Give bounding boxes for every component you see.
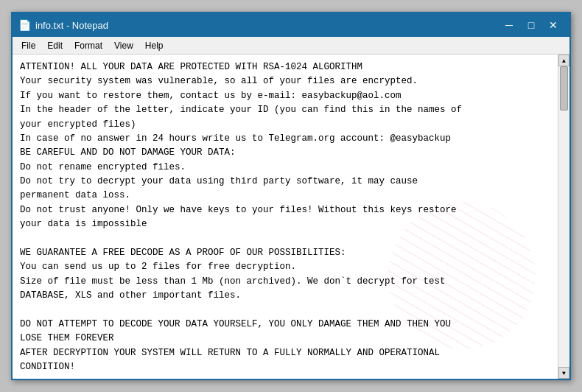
text-editor[interactable]: ATTENTION! ALL YOUR DATA ARE PROTECTED W…	[13, 55, 558, 379]
window-controls: ─ □ ✕	[499, 17, 564, 33]
scroll-down-button[interactable]: ▼	[558, 367, 569, 379]
maximize-button[interactable]: □	[521, 17, 541, 33]
minimize-button[interactable]: ─	[499, 17, 519, 33]
menu-bar: FileEditFormatViewHelp	[13, 37, 569, 55]
menu-item-help[interactable]: Help	[139, 39, 169, 52]
notepad-window: 📄 info.txt - Notepad ─ □ ✕ FileEditForma…	[11, 12, 571, 380]
window-title: info.txt - Notepad	[35, 20, 499, 31]
menu-item-edit[interactable]: Edit	[41, 39, 69, 52]
scroll-up-button[interactable]: ▲	[558, 55, 569, 66]
vertical-scrollbar[interactable]: ▲ ▼	[558, 55, 569, 379]
scroll-track[interactable]	[558, 66, 569, 367]
window-icon: 📄	[18, 19, 31, 31]
content-area: ATTENTION! ALL YOUR DATA ARE PROTECTED W…	[13, 55, 569, 379]
scroll-thumb[interactable]	[560, 66, 568, 111]
title-bar: 📄 info.txt - Notepad ─ □ ✕	[13, 13, 569, 37]
close-button[interactable]: ✕	[543, 17, 564, 33]
menu-item-format[interactable]: Format	[69, 39, 108, 52]
menu-item-view[interactable]: View	[108, 39, 139, 52]
menu-item-file[interactable]: File	[15, 39, 41, 52]
